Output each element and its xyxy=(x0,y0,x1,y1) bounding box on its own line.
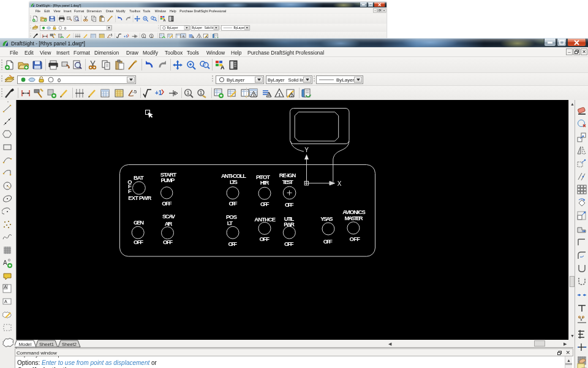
svg-text:AIR: AIR xyxy=(165,220,173,227)
svg-text:OFF: OFF xyxy=(163,239,173,245)
svg-text:OFF: OFF xyxy=(229,200,238,207)
svg-text:MASTER: MASTER xyxy=(345,215,363,221)
svg-text:Model: Model xyxy=(19,342,32,347)
svg-text:GEN: GEN xyxy=(134,219,144,226)
svg-text:BAT: BAT xyxy=(134,174,144,181)
svg-text:X: X xyxy=(337,180,342,187)
svg-text:OFF: OFF xyxy=(350,236,361,242)
svg-text:OFF: OFF xyxy=(162,200,172,207)
svg-text:PWR: PWR xyxy=(284,221,295,228)
svg-text:YSAS: YSAS xyxy=(320,215,333,222)
svg-text:A: A xyxy=(4,299,7,304)
svg-text:OFF: OFF xyxy=(259,236,270,242)
svg-text:RE-IGN: RE-IGN xyxy=(279,172,296,178)
svg-text:0: 0 xyxy=(64,26,66,30)
svg-text:LTS: LTS xyxy=(230,178,238,185)
svg-text:F: F xyxy=(128,188,132,194)
svg-text:SCAV: SCAV xyxy=(162,213,176,220)
svg-text:Sheet1: Sheet1 xyxy=(39,342,54,347)
svg-text:OFF: OFF xyxy=(228,240,238,247)
svg-text:A: A xyxy=(4,285,7,289)
svg-text:OFF: OFF xyxy=(284,240,294,247)
svg-text:Y: Y xyxy=(304,147,309,153)
svg-text:Sheet2: Sheet2 xyxy=(62,342,77,347)
svg-text:0: 0 xyxy=(58,77,61,83)
svg-text:LT: LT xyxy=(227,220,233,226)
svg-text:EXT PWR: EXT PWR xyxy=(128,194,151,201)
svg-text:OFF: OFF xyxy=(260,201,270,207)
svg-text:PUMP: PUMP xyxy=(160,177,175,183)
svg-text:TEST: TEST xyxy=(282,178,293,185)
svg-text:A: A xyxy=(3,259,7,266)
svg-text:HTR: HTR xyxy=(260,179,270,186)
svg-text:ANTI-ICE: ANTI-ICE xyxy=(254,216,276,223)
svg-text:OFF: OFF xyxy=(323,238,333,245)
svg-text:OFF: OFF xyxy=(134,239,143,245)
svg-text:OFF: OFF xyxy=(285,201,294,208)
